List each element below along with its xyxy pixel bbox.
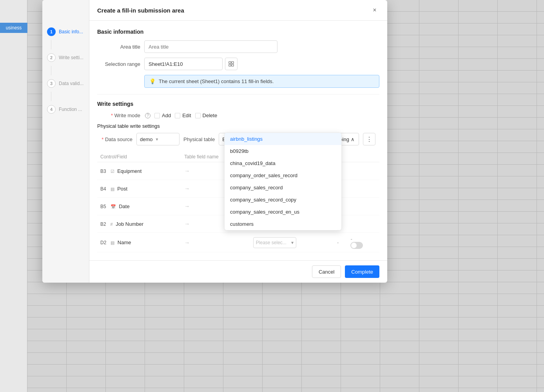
modal-footer: Cancel Complete <box>89 260 387 283</box>
info-text: The current sheet (Sheet1) contains 11 f… <box>159 78 274 84</box>
dropdown-item-company-sales-copy[interactable]: company_sales_record_copy <box>225 194 341 206</box>
more-options-button[interactable]: ⋮ <box>363 133 375 145</box>
field-name: Equipment <box>117 168 141 174</box>
step-4[interactable]: 4 Function ... <box>42 101 89 118</box>
step-connector-2 <box>51 66 51 75</box>
post-icon: ▤ <box>111 187 114 191</box>
physical-table-label: Physical table <box>183 136 215 142</box>
field-name: Post <box>117 186 127 192</box>
date-icon: 📅 <box>111 204 116 209</box>
col-control-field: Control/Field <box>97 152 181 162</box>
area-title-label: Area title <box>97 44 140 50</box>
dash-value: - <box>337 240 339 245</box>
arrow-right-icon: → <box>184 203 190 209</box>
edit-checkbox-label[interactable]: Edit <box>175 113 191 118</box>
arrow-right-icon: → <box>184 168 190 174</box>
cell-ref: B5 <box>100 204 106 209</box>
step-connector-1 <box>51 40 51 49</box>
step-1-number: 1 <box>47 27 56 36</box>
col-extra2 <box>347 152 379 162</box>
svg-rect-3 <box>232 64 234 66</box>
dash-value-2: - <box>350 236 352 242</box>
cell-ref: B2 <box>100 221 106 227</box>
grid-icon <box>228 61 234 67</box>
step-3[interactable]: 3 Data valid... <box>42 75 89 92</box>
selection-range-label: Selection range <box>97 61 140 67</box>
step-connector-3 <box>51 92 51 101</box>
dropdown-item-company-sales[interactable]: company_sales_record <box>225 181 341 194</box>
field-name: Job Number <box>116 221 143 227</box>
left-sidebar: usiness <box>0 0 27 392</box>
selection-range-row: Selection range <box>97 58 379 70</box>
grid-select-button[interactable] <box>225 58 238 70</box>
arrow-right-icon: → <box>184 240 190 246</box>
step-2-label: Write setti... <box>59 55 83 60</box>
write-settings-title: Write settings <box>97 101 379 107</box>
modal-title: Create a fill-in submission area <box>97 7 184 14</box>
divider-1 <box>97 94 379 94</box>
step-2[interactable]: 2 Write setti... <box>42 49 89 66</box>
field-name: Date <box>119 203 129 209</box>
cell-ref: B3 <box>100 169 106 174</box>
info-banner: 💡 The current sheet (Sheet1) contains 11… <box>144 75 379 88</box>
modal-header: Create a fill-in submission area × <box>89 0 387 21</box>
write-mode-label: Write mode <box>97 113 140 118</box>
step-1-label: Basic info... <box>59 29 83 34</box>
add-checkbox-label[interactable]: Add <box>154 113 171 118</box>
step-3-label: Data valid... <box>59 81 83 86</box>
cell-ref: D2 <box>100 240 106 245</box>
help-icon[interactable]: ? <box>145 113 151 118</box>
close-button[interactable]: × <box>370 5 379 15</box>
dropdown-item-china[interactable]: china_covid19_data <box>225 157 341 169</box>
sidebar-label: usiness <box>0 23 27 33</box>
stepper-panel: 1 Basic info... 2 Write setti... 3 Data … <box>42 0 89 283</box>
svg-rect-0 <box>229 62 231 64</box>
field-select-d2[interactable]: Please selec... ▾ <box>253 237 296 248</box>
table-row: D2 ▤ Name → Please selec... ▾ <box>97 233 379 252</box>
step-3-number: 3 <box>47 79 56 88</box>
svg-rect-2 <box>229 64 231 66</box>
delete-checkbox-label[interactable]: Delete <box>195 113 218 118</box>
step-2-number: 2 <box>47 53 56 62</box>
dropdown-item-company-order[interactable]: company_order_sales_record <box>225 169 341 181</box>
cell-ref: B4 <box>100 186 106 192</box>
area-title-row: Area title <box>97 40 379 53</box>
info-icon: 💡 <box>149 78 156 84</box>
step-4-label: Function ... <box>59 107 82 112</box>
toggle-switch-d2[interactable] <box>350 242 363 249</box>
selection-range-wrapper <box>144 58 238 70</box>
selection-range-input[interactable] <box>144 58 223 70</box>
physical-table-section-title: Physical table write settings <box>97 123 379 129</box>
datasource-label: Data source <box>97 136 132 142</box>
dropdown-item-customers[interactable]: customers <box>225 218 341 230</box>
cancel-button[interactable]: Cancel <box>312 265 341 278</box>
step-4-number: 4 <box>47 105 56 114</box>
add-checkbox[interactable] <box>154 113 160 118</box>
datasource-dropdown[interactable]: demo ▼ <box>136 133 180 145</box>
area-title-input[interactable] <box>144 40 277 53</box>
step-1[interactable]: 1 Basic info... <box>42 24 89 40</box>
datasource-arrow-icon: ▼ <box>155 137 159 142</box>
field-select-arrow: ▾ <box>291 240 294 245</box>
arrow-right-icon: → <box>184 185 190 192</box>
delete-label: Delete <box>203 113 218 118</box>
dropdown-item-b0929tb[interactable]: b0929tb <box>225 145 341 157</box>
complete-button[interactable]: Complete <box>345 265 379 278</box>
equipment-icon: ☑ <box>111 169 114 174</box>
add-label: Add <box>162 113 171 118</box>
delete-checkbox[interactable] <box>195 113 201 118</box>
jobnumber-icon: # <box>111 222 113 227</box>
more-icon: ⋮ <box>366 136 372 143</box>
edit-checkbox[interactable] <box>175 113 180 118</box>
field-mapping-arrow-icon: ∧ <box>351 136 355 142</box>
basic-info-title: Basic information <box>97 29 379 35</box>
dropdown-item-airbnb[interactable]: airbnb_listings <box>225 133 341 145</box>
name-icon: ▤ <box>111 240 114 245</box>
edit-label: Edit <box>182 113 191 118</box>
datasource-value: demo <box>140 136 153 142</box>
svg-rect-1 <box>232 62 234 64</box>
write-mode-row: Write mode ? Add Edit Delete <box>97 113 379 118</box>
field-name: Name <box>118 240 131 245</box>
arrow-right-icon: → <box>184 221 190 227</box>
dropdown-item-company-sales-en[interactable]: company_sales_record_en_us <box>225 206 341 218</box>
